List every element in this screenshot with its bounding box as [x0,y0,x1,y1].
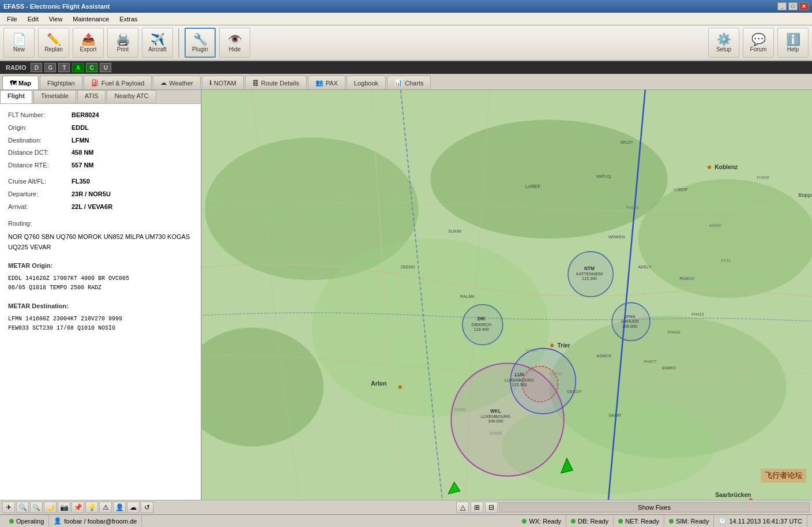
origin-row: Origin: EDDL [8,122,193,134]
window-controls[interactable]: _ □ ✕ [777,2,809,10]
tabbar: 🗺 Map Flightplan ⛽ Fuel & Payload ☁ Weat… [0,74,812,90]
bt-user[interactable]: 👤 [113,502,126,513]
left-tab-nearby[interactable]: Nearby ATC [107,90,156,103]
radiobar: RADIO D G T A C U [0,61,812,74]
statusbar: Operating 👤 foobar / foobar@froom.de WX:… [0,514,812,527]
svg-text:WKL: WKL [490,409,501,414]
routing-section: Routing: NOR Q760 SBN UQ760 MOROK UN852 … [8,218,193,252]
svg-text:AMAS: AMAS [709,223,721,228]
bt-zoom-in[interactable]: 🔍 [16,502,29,513]
flt-number-row: FLT Number: BER8024 [8,110,193,121]
bt-zoom-out[interactable]: 🔍 [30,502,43,513]
radio-a[interactable]: A [72,63,84,72]
map-area[interactable]: LUX LUXEMBOURG 115.300 WKL LUXEMBOURG 34… [202,90,812,500]
toolbar: 📄 New ✏️ Replan 📤 Export 🖨️ Print ✈️ Air… [0,25,812,61]
map-svg: LUX LUXEMBOURG 115.300 WKL LUXEMBOURG 34… [202,90,812,500]
left-tab-flight[interactable]: Flight [0,90,32,103]
svg-text:Boppard: Boppard [798,192,812,198]
tab-charts[interactable]: 📊 Charts [387,76,431,89]
close-button[interactable]: ✕ [799,2,809,10]
replan-button[interactable]: ✏️ Replan [38,28,69,58]
radio-d[interactable]: D [31,63,42,72]
bt-camera[interactable]: 📷 [58,502,70,513]
left-tab-timetable[interactable]: Timetable [33,90,76,103]
status-sim: SIM: Ready [664,515,714,527]
hide-button[interactable]: 👁️ Hide [219,28,250,58]
bt-refresh[interactable]: ↺ [141,502,153,513]
bt-grid1[interactable]: ⊞ [471,502,483,513]
new-button[interactable]: 📄 New [3,28,35,58]
svg-text:LOBOP: LOBOP [674,187,688,192]
svg-point-2 [430,119,668,238]
svg-text:IDMRO: IDMRO [662,365,676,371]
fuel-icon: ⛽ [91,79,99,87]
tab-route[interactable]: 🛤 Route Details [245,76,307,89]
svg-point-3 [638,179,812,298]
main-content: Flight Timetable ATIS Nearby ATC FLT Num… [0,90,812,500]
svg-text:118.400: 118.400 [474,327,489,332]
export-button[interactable]: 📤 Export [73,28,104,58]
bt-warning[interactable]: ⚠ [99,502,112,513]
bt-night[interactable]: 🌙 [44,502,57,513]
titlebar: EFASS - Electronic Flight Assistant _ □ … [0,0,812,13]
status-datetime: 🕐 14.11.2013 16:41:37 UTC [714,515,807,527]
bt-pin[interactable]: 📌 [72,502,84,513]
menu-extras[interactable]: Extras [115,14,142,24]
tab-map[interactable]: 🗺 Map [2,76,39,89]
cruise-row: Cruise Alt/FL: FL350 [8,176,193,188]
radio-c[interactable]: C [86,63,97,72]
svg-text:ADELY: ADELY [638,264,651,270]
svg-text:FH100: FH100 [626,205,639,210]
tab-logbook[interactable]: Logbook [347,76,386,89]
distance-rte-row: Distance RTE: 557 NM [8,160,193,171]
tab-fuel[interactable]: ⛽ Fuel & Payload [84,76,152,89]
status-net: NET: Ready [614,515,664,527]
plugin-button[interactable]: 🔧 Plugin [185,28,216,58]
svg-text:ROEUV: ROEUV [679,276,694,281]
radio-u[interactable]: U [100,63,111,72]
print-button[interactable]: 🖨️ Print [107,28,138,58]
aircraft-button[interactable]: ✈️ Aircraft [142,28,173,58]
setup-icon: ⚙️ [717,33,731,45]
watermark: 飞行者论坛 [761,469,806,483]
app-title: EFASS - Electronic Flight Assistant [3,3,110,10]
bt-grid2[interactable]: ⊟ [485,502,498,513]
help-button[interactable]: ℹ️ Help [777,28,809,58]
svg-text:SUXIM: SUXIM [448,229,461,234]
menu-view[interactable]: View [44,14,67,24]
maximize-button[interactable]: □ [788,2,798,10]
minimize-button[interactable]: _ [777,2,787,10]
svg-text:MATUQ: MATUQ [596,174,611,179]
left-tab-atis[interactable]: ATIS [77,90,106,103]
tab-pax[interactable]: 👥 PAX [308,76,345,89]
svg-text:FT21: FT21 [721,258,731,263]
route-icon: 🛤 [253,80,259,87]
bt-light[interactable]: 💡 [85,502,98,513]
svg-text:FH506: FH506 [757,175,769,180]
svg-text:Koblenz: Koblenz [715,164,738,170]
operating-indicator [9,519,14,524]
bt-plane[interactable]: ✈ [2,502,15,513]
print-icon: 🖨️ [116,33,130,45]
forum-button[interactable]: 💬 Forum [743,28,774,58]
menu-edit[interactable]: Edit [23,14,43,24]
radio-t[interactable]: T [58,63,70,72]
tab-notam[interactable]: ℹ NOTAM [202,76,244,89]
aircraft-icon: ✈️ [151,33,165,45]
menu-file[interactable]: File [2,14,22,24]
status-db: DB: Ready [566,515,614,527]
show-fixes-button[interactable]: Show Fixes [499,502,810,513]
net-ready-dot [618,519,623,524]
status-user: 👤 foobar / foobar@froom.de [49,515,142,527]
menubar: File Edit View Maintenance Extras [0,13,812,25]
forum-icon: 💬 [751,33,766,45]
bt-triangle[interactable]: △ [456,502,469,513]
svg-text:D306E: D306E [490,431,502,436]
setup-button[interactable]: ⚙️ Setup [708,28,739,58]
tab-weather[interactable]: ☁ Weather [153,76,200,89]
bt-cloud[interactable]: ☁ [127,502,140,513]
svg-text:Trier: Trier [557,342,570,349]
menu-maintenance[interactable]: Maintenance [68,14,114,24]
radio-g[interactable]: G [44,63,56,72]
tab-flightplan[interactable]: Flightplan [40,76,82,89]
